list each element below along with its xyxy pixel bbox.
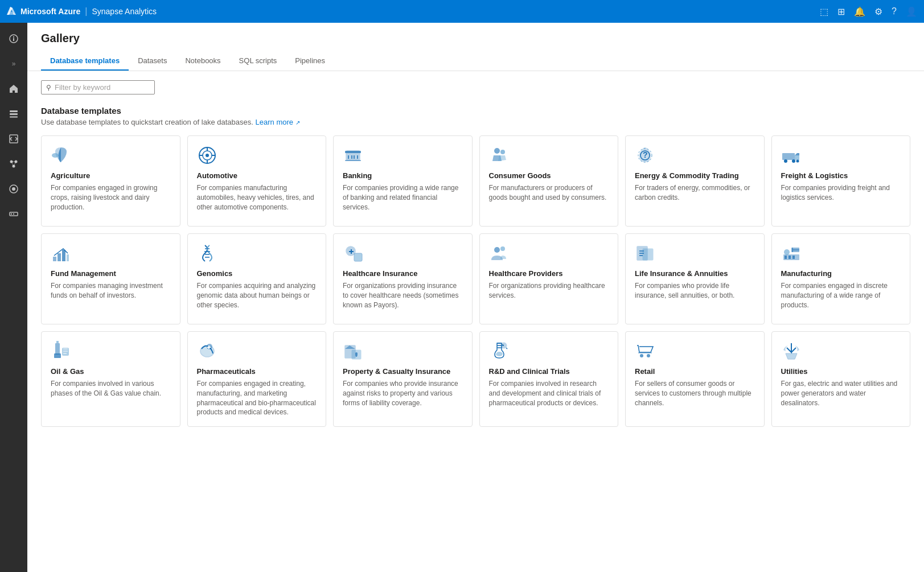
section-desc: Use database templates to quickstart cre… [41,118,910,126]
pharmaceuticals-icon [197,341,217,361]
tab-notebooks[interactable]: Notebooks [176,52,229,71]
tab-database-templates[interactable]: Database templates [41,52,129,71]
tab-pipelines[interactable]: Pipelines [286,52,334,71]
sidebar-item-home[interactable] [2,77,25,100]
svg-rect-9 [10,135,18,143]
card-healthcare-providers-desc: For organizations providing healthcare s… [489,281,609,301]
card-healthcare-providers[interactable]: Healthcare Providers For organizations p… [479,233,619,324]
gallery-header: Gallery Database templates Datasets Note… [27,23,924,71]
card-consumer-goods[interactable]: Consumer Goods For manufacturers or prod… [479,135,619,227]
card-genomics[interactable]: Genomics For companies acquiring and ana… [187,233,327,324]
cards-row-1: Agriculture For companies engaged in gro… [41,135,910,227]
svg-point-21 [206,154,209,157]
card-rnd[interactable]: R&D and Clinical Trials For companies in… [479,331,619,427]
card-banking-title: Banking [343,171,463,180]
card-healthcare-insurance-desc: For organizations providing insurance to… [343,281,463,310]
utilities-icon [781,341,802,361]
card-genomics-desc: For companies acquiring and analyzing ge… [197,281,317,310]
card-life-insurance-desc: For companies who provide life insurance… [635,281,755,301]
gallery-title: Gallery [41,32,910,45]
card-automotive[interactable]: Automotive For companies manufacturing a… [187,135,327,227]
card-manufacturing[interactable]: Manufacturing For companies engaged in d… [771,233,911,324]
external-link-icon: ↗ [295,120,300,126]
notification-icon[interactable]: 🔔 [854,6,865,17]
card-consumer-goods-title: Consumer Goods [489,171,609,180]
help-icon[interactable]: ? [892,6,897,17]
card-oil-gas[interactable]: Oil & Gas For companies involved in vari… [41,331,180,427]
dashboard-icon[interactable]: ⊞ [837,6,845,17]
svg-rect-7 [10,113,18,115]
svg-rect-30 [782,153,795,160]
card-property-casualty[interactable]: Property & Casualty Insurance For compan… [333,331,473,427]
svg-point-18 [52,153,59,158]
sidebar-item-monitor[interactable] [2,178,25,200]
tab-datasets[interactable]: Datasets [129,52,176,71]
card-freight[interactable]: Freight & Logistics For companies provid… [771,135,911,227]
sidebar-item-data[interactable] [2,102,25,125]
settings-icon[interactable]: ⚙ [874,6,882,17]
sidebar-item-info[interactable] [2,27,25,50]
filter-placeholder: Filter by keyword [55,83,110,92]
card-healthcare-insurance[interactable]: Healthcare Insurance For organizations p… [333,233,473,324]
svg-rect-39 [354,253,362,261]
section-title: Database templates [41,106,910,116]
card-utilities-title: Utilities [781,367,901,376]
svg-point-60 [647,354,650,357]
sidebar-expand-button[interactable]: » [2,52,25,75]
filter-input-container[interactable]: ⚲ Filter by keyword [41,80,155,94]
svg-rect-4 [13,38,14,41]
svg-rect-51 [54,353,61,358]
card-rnd-title: R&D and Clinical Trials [489,367,609,376]
card-healthcare-insurance-title: Healthcare Insurance [343,269,463,278]
svg-rect-24 [345,160,361,161]
card-retail[interactable]: Retail For sellers of consumer goods or … [625,331,765,427]
card-pharmaceuticals[interactable]: Pharmaceuticals For companies engaged in… [187,331,327,427]
portal-icon[interactable]: ⬚ [820,6,828,17]
card-agriculture[interactable]: Agriculture For companies engaged in gro… [41,135,180,227]
manage-icon [9,209,18,219]
svg-rect-5 [13,36,14,38]
azure-logo-icon [7,7,16,16]
fund-management-icon [51,243,71,264]
card-fund-management[interactable]: Fund Management For companies managing i… [41,233,180,324]
svg-rect-35 [58,253,61,261]
svg-rect-6 [10,110,18,112]
navbar-app-name: Synapse Analytics [92,7,157,16]
property-casualty-icon [343,341,363,361]
svg-point-59 [640,354,643,357]
sidebar-item-integrate[interactable] [2,153,25,175]
navbar-divider: | [85,6,87,17]
svg-rect-17 [13,213,14,215]
sidebar-item-develop[interactable] [2,127,25,150]
develop-icon [9,134,18,143]
card-freight-desc: For companies providing freight and logi… [781,183,901,203]
card-freight-title: Freight & Logistics [781,171,901,180]
learn-more-link[interactable]: Learn more [256,118,293,126]
card-energy-desc: For traders of energy, commodities, or c… [635,183,755,203]
cards-row-2: Fund Management For companies managing i… [41,233,910,324]
navbar-brand: Microsoft Azure [7,7,80,16]
card-life-insurance[interactable]: Life Insurance & Annuities For companies… [625,233,765,324]
card-manufacturing-title: Manufacturing [781,269,901,278]
retail-icon [635,341,655,361]
user-icon[interactable]: 👤 [906,6,917,17]
card-energy-title: Energy & Commodity Trading [635,171,755,180]
svg-rect-43 [643,249,653,260]
rnd-icon [489,341,510,361]
card-retail-desc: For sellers of consumer goods or service… [635,379,755,408]
card-banking[interactable]: Banking For companies providing a wide r… [333,135,473,227]
svg-rect-34 [53,257,56,261]
sidebar-item-manage[interactable] [2,203,25,225]
card-pharma-title: Pharmaceuticals [197,367,317,376]
card-utilities[interactable]: Utilities For gas, electric and water ut… [771,331,911,427]
tab-sql-scripts[interactable]: SQL scripts [230,52,286,71]
card-manufacturing-desc: For companies engaged in discrete manufa… [781,281,901,310]
svg-point-33 [796,160,799,163]
card-fund-desc: For companies managing investment funds … [51,281,171,301]
svg-point-25 [494,148,500,154]
card-energy[interactable]: ? Energy & Commodity Trading For traders… [625,135,765,227]
integrate-icon [9,159,18,168]
svg-point-31 [784,159,787,163]
card-fund-title: Fund Management [51,269,171,278]
freight-icon [781,145,802,166]
